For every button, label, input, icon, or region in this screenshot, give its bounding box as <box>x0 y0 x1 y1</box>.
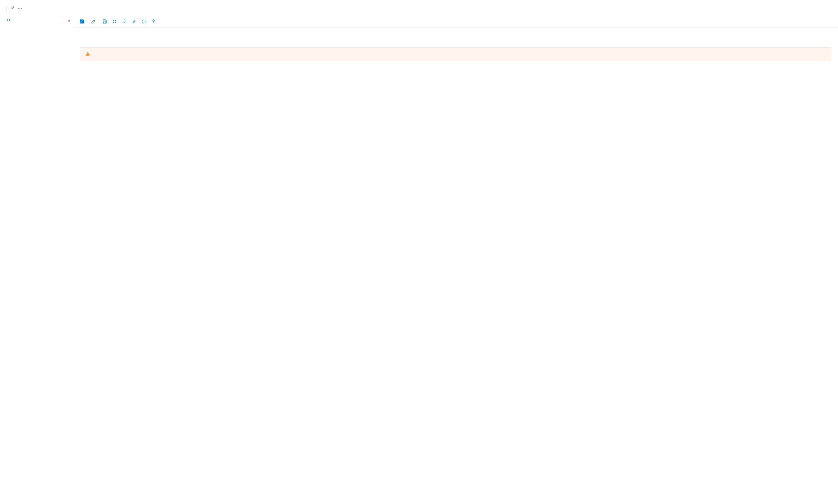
svg-rect-8 <box>87 55 88 55</box>
smiley-icon[interactable] <box>141 19 146 24</box>
search-input[interactable] <box>12 19 61 23</box>
collapse-sidebar-icon[interactable]: « <box>66 18 72 23</box>
pin-toolbar-icon[interactable] <box>132 19 136 24</box>
save-icon[interactable] <box>102 19 107 24</box>
page-header: | ⋯ <box>0 0 838 16</box>
svg-rect-2 <box>104 20 105 21</box>
pin-icon[interactable] <box>11 6 15 11</box>
edit-icon <box>91 19 96 24</box>
sidebar-search[interactable] <box>5 17 63 24</box>
help-button[interactable]: ? <box>151 19 157 24</box>
divider <box>80 69 832 69</box>
report-tabs <box>74 28 838 31</box>
legacy-diagnostics-warning <box>80 47 832 61</box>
toolbar: ? <box>74 16 838 28</box>
search-icon <box>7 18 11 23</box>
main-content: ? <box>74 16 838 504</box>
sidebar: « <box>0 16 74 504</box>
workbooks-button[interactable] <box>80 19 86 24</box>
svg-rect-7 <box>87 53 88 54</box>
workbooks-icon <box>80 19 84 24</box>
warning-icon <box>85 52 90 57</box>
svg-point-4 <box>142 20 146 23</box>
page-title: | <box>6 4 8 12</box>
help-icon: ? <box>151 19 156 24</box>
refresh-icon[interactable] <box>112 19 117 24</box>
svg-point-0 <box>7 19 10 21</box>
svg-rect-3 <box>103 22 106 23</box>
share-icon[interactable] <box>122 19 126 24</box>
edit-button[interactable] <box>91 19 97 24</box>
more-icon[interactable]: ⋯ <box>17 6 22 11</box>
